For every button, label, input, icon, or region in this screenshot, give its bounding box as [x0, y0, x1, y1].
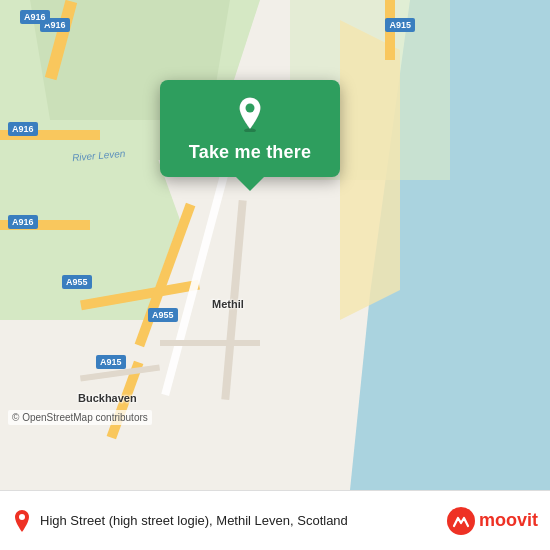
road-label-a955-br: A955 — [148, 308, 178, 322]
svg-point-1 — [246, 104, 255, 113]
bottom-bar: High Street (high street logie), Methil … — [0, 490, 550, 550]
location-text: High Street (high street logie), Methil … — [40, 513, 439, 528]
road-label-a916-topleft: A916 — [20, 10, 50, 24]
moovit-text: moovit — [479, 510, 538, 531]
buckhaven-label: Buckhaven — [78, 392, 137, 404]
map-beach — [340, 20, 400, 320]
svg-point-2 — [19, 514, 25, 520]
popup-card[interactable]: Take me there — [160, 80, 340, 177]
road-label-a916-ml: A916 — [8, 122, 38, 136]
moovit-logo: moovit — [447, 507, 538, 535]
map-container: A916 A916 A916 A915 A915 A955 A955 A916 … — [0, 0, 550, 490]
take-me-there-button[interactable]: Take me there — [189, 142, 311, 163]
minor-road-2 — [160, 340, 260, 346]
methil-label: Methil — [212, 298, 244, 310]
moovit-icon — [447, 507, 475, 535]
map-attribution: © OpenStreetMap contributors — [8, 410, 152, 425]
road-label-a915-tr: A915 — [385, 18, 415, 32]
moovit-icon-svg — [452, 512, 470, 530]
location-icon — [12, 509, 32, 533]
road-label-a916-bl: A916 — [8, 215, 38, 229]
location-pin-icon — [232, 96, 268, 132]
road-label-a915-bl: A915 — [96, 355, 126, 369]
road-label-a955-ml: A955 — [62, 275, 92, 289]
